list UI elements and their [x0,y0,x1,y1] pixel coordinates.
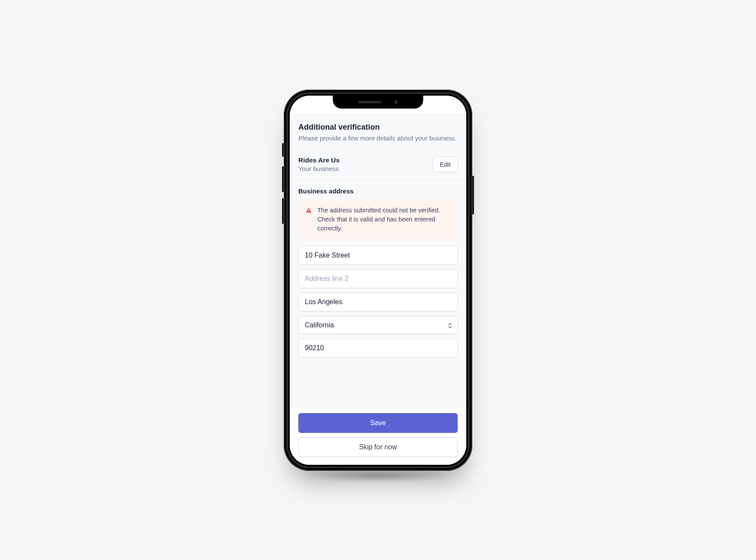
screen: Additional verification Please provide a… [290,96,466,465]
edit-button[interactable]: Edit [433,156,458,172]
address-section: Business address The address submitted c… [290,180,466,371]
business-row: Rides Are Us Your business Edit [290,150,466,180]
mute-switch[interactable] [282,143,284,157]
notch [333,96,423,109]
error-alert: The address submitted could not be verif… [298,200,458,239]
svg-rect-0 [308,209,309,211]
page-subtitle: Please provide a few more details about … [298,134,458,143]
zip-input[interactable] [298,339,458,358]
volume-up-button[interactable] [282,166,284,192]
business-name: Rides Are Us [298,156,340,164]
page-title: Additional verification [298,123,458,132]
warning-icon [305,206,312,233]
state-select[interactable]: California [298,316,458,334]
address-line1-input[interactable] [298,246,458,265]
city-input[interactable] [298,292,458,311]
state-select-wrap: California [298,316,458,339]
error-message: The address submitted could not be verif… [317,206,451,233]
power-button[interactable] [472,176,474,215]
phone-frame: Additional verification Please provide a… [284,90,472,471]
svg-rect-1 [308,211,309,212]
address-section-label: Business address [298,187,458,195]
address-line2-input[interactable] [298,269,458,288]
front-camera [394,100,398,104]
business-type-label: Your business [298,165,340,172]
footer: Save Skip for now [290,407,466,465]
header-section: Additional verification Please provide a… [290,115,466,150]
speaker-grille [358,101,381,103]
business-info: Rides Are Us Your business [298,156,340,172]
skip-button[interactable]: Skip for now [298,437,458,457]
content: Additional verification Please provide a… [290,115,466,407]
save-button[interactable]: Save [298,413,458,433]
volume-down-button[interactable] [282,198,284,224]
